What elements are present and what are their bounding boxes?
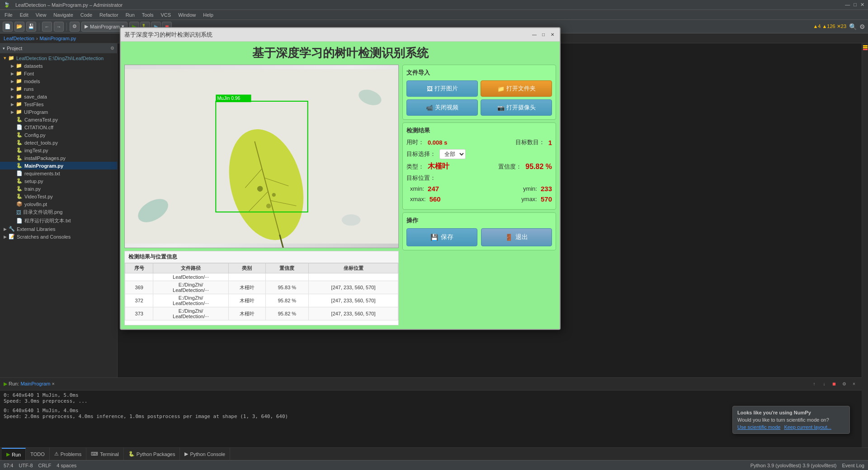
folder-btn-icon: 📁 xyxy=(497,85,505,92)
tree-item-setup[interactable]: 🐍 setup.py xyxy=(0,177,117,185)
win-close-button[interactable]: ✕ xyxy=(549,31,556,38)
cell-coords: [247, 233, 560, 570] xyxy=(309,294,398,307)
save-button[interactable]: 💾 xyxy=(26,22,36,32)
tree-item-readme-txt[interactable]: 📄 程序运行说明文本.txt xyxy=(0,216,117,225)
menu-refactor[interactable]: Refactor xyxy=(97,11,121,19)
win-maximize-button[interactable]: □ xyxy=(540,31,547,38)
run-line-5: Speed: 2.0ms preprocess, 4.0ms inference… xyxy=(4,414,858,419)
gutter-warning xyxy=(863,45,868,47)
win-minimize-button[interactable]: — xyxy=(531,31,538,38)
tree-label-requirements: requirements.txt xyxy=(24,171,60,176)
menu-bar: File Edit View Navigate Code Refactor Ru… xyxy=(0,10,868,20)
menu-tools[interactable]: Tools xyxy=(139,11,156,19)
scroll-down-button[interactable]: ↓ xyxy=(820,380,828,388)
toast-link-keep[interactable]: Keep current layout... xyxy=(784,424,831,430)
toast-link-scientific[interactable]: Use scientific mode xyxy=(737,424,780,430)
target-select-dropdown[interactable]: 全部 xyxy=(439,149,466,159)
new-file-button[interactable]: 📄 xyxy=(3,22,13,32)
warnings-indicator[interactable]: ▲4 ▲126 ✕23 xyxy=(813,24,846,29)
tree-item-cameratest[interactable]: 🐍 CameraTest.py xyxy=(0,116,117,123)
project-crumb[interactable]: LeafDetection xyxy=(4,36,34,41)
search-icon[interactable]: 🔍 xyxy=(849,23,857,30)
exit-op-button[interactable]: 🚪 退出 xyxy=(481,228,552,246)
tree-item-citation[interactable]: 📄 CITATION.cff xyxy=(0,123,117,131)
close-run-button[interactable]: × xyxy=(850,380,858,388)
scroll-up-button[interactable]: ↑ xyxy=(810,380,818,388)
cell-id: 369 xyxy=(125,281,153,294)
scratches-icon: 📝 xyxy=(9,234,15,240)
tab-python-packages[interactable]: 🐍 Python Packages xyxy=(124,448,180,461)
menu-window[interactable]: Window xyxy=(175,11,198,19)
menu-file[interactable]: File xyxy=(2,11,15,19)
tree-label-cameratest: CameraTest.py xyxy=(24,117,58,122)
menu-run[interactable]: Run xyxy=(123,11,137,19)
tree-item-config[interactable]: 🐍 Config.py xyxy=(0,131,117,139)
forward-button[interactable]: → xyxy=(54,22,64,32)
terminal-tab-label: Terminal xyxy=(100,451,119,457)
col-coords: 坐标位置 xyxy=(309,263,398,273)
cell-coords: [247, 233, 560, 570] xyxy=(309,307,398,320)
menu-view[interactable]: View xyxy=(33,11,49,19)
tab-todo[interactable]: TODO xyxy=(26,448,50,461)
video-btn-icon: 📹 xyxy=(426,104,433,111)
tab-problems[interactable]: ⚠ Problems xyxy=(50,448,86,461)
save-op-button[interactable]: 💾 保存 xyxy=(406,228,477,246)
open-image-button[interactable]: 🖼 打开图片 xyxy=(406,80,478,97)
tree-item-testfiles[interactable]: ▶ 📁 TestFiles xyxy=(0,100,117,108)
target-count-label: 目标数目： xyxy=(515,138,545,146)
exit-icon: 🚪 xyxy=(505,234,513,241)
menu-navigate[interactable]: Navigate xyxy=(51,11,75,19)
py-icon: 🐍 xyxy=(16,132,23,138)
tree-item-scratches[interactable]: ▶ 📝 Scratches and Consoles xyxy=(0,233,117,240)
tree-item-videotest[interactable]: 🐍 VideoTest.py xyxy=(0,193,117,200)
menu-code[interactable]: Code xyxy=(78,11,95,19)
menu-vcs[interactable]: VCS xyxy=(158,11,174,19)
tree-item-datasets[interactable]: ▶ 📁 datasets xyxy=(0,62,117,70)
tree-label-testfiles: TestFiles xyxy=(24,102,43,107)
open-button[interactable]: 📂 xyxy=(14,22,24,32)
open-folder-button[interactable]: 📁 打开文件夹 xyxy=(481,80,552,97)
tree-item-font[interactable]: ▶ 📁 Font xyxy=(0,70,117,77)
tab-run[interactable]: ▶ Run xyxy=(2,448,26,461)
xmin-value: 247 xyxy=(428,185,439,193)
tree-item-imgtest[interactable]: 🐍 imgTest.py xyxy=(0,146,117,154)
tree-item-savedata[interactable]: ▶ 📁 save_data xyxy=(0,93,117,100)
tree-item-external-libraries[interactable]: ▶ 🔧 External Libraries xyxy=(0,225,117,233)
minimize-button[interactable]: — xyxy=(845,2,850,8)
tree-item-detecttools[interactable]: 🐍 detect_tools.py xyxy=(0,139,117,146)
back-button[interactable]: ← xyxy=(42,22,52,32)
run-stop-button[interactable]: ⏹ xyxy=(830,380,838,388)
file-import-panel: 文件导入 🖼 打开图片 📁 打开文件夹 📹 关闭视频 xyxy=(402,65,556,120)
file-crumb[interactable]: MainProgram.py xyxy=(40,36,76,41)
tree-item-train[interactable]: 🐍 train.py xyxy=(0,185,117,193)
menu-edit[interactable]: Edit xyxy=(17,11,31,19)
right-gutter xyxy=(862,43,868,377)
close-button[interactable]: ✕ xyxy=(860,2,864,8)
tree-item-requirements[interactable]: 📄 requirements.txt xyxy=(0,169,117,177)
win-controls: — □ ✕ xyxy=(531,31,556,38)
settings-icon[interactable]: ⚙ xyxy=(859,23,865,30)
app-main-title: 基于深度学习的树叶检测识别系统 xyxy=(124,45,556,61)
tree-item-runs[interactable]: ▶ 📁 runs xyxy=(0,85,117,93)
project-arrow[interactable]: ▾ xyxy=(3,46,5,51)
python-packages-tab-label: Python Packages xyxy=(137,451,175,457)
event-log-button[interactable]: Event Log xyxy=(842,463,864,468)
tree-item-yolov8[interactable]: 📦 yolov8n.pt xyxy=(0,200,117,208)
close-video-button[interactable]: 📹 关闭视频 xyxy=(406,99,478,116)
tree-item-installpackages[interactable]: 🐍 installPackages.py xyxy=(0,154,117,162)
tree-item-readme-png[interactable]: 🖼 目录文件说明.png xyxy=(0,208,117,216)
menu-help[interactable]: Help xyxy=(200,11,216,19)
folder-icon: ▾ xyxy=(4,55,6,61)
open-camera-button[interactable]: 📷 打开摄像头 xyxy=(481,99,552,116)
run-config-button[interactable]: ⚙ xyxy=(70,22,80,32)
maximize-button[interactable]: □ xyxy=(854,2,857,8)
tab-python-console[interactable]: ▶ Python Console xyxy=(180,448,230,461)
tree-item-mainprogram[interactable]: 🐍 MainProgram.py xyxy=(0,162,117,169)
tab-terminal[interactable]: ⌨ Terminal xyxy=(86,448,124,461)
tree-item-uiprogram[interactable]: ▶ 📁 UIProgram xyxy=(0,108,117,116)
tree-item-leafdetection[interactable]: ▾ 📁 LeafDetection E:\DingZhi\LeafDetecti… xyxy=(0,54,117,62)
run-controls: ↑ ↓ ⏹ ⚙ × xyxy=(810,380,858,388)
tree-item-models[interactable]: ▶ 📁 models xyxy=(0,77,117,85)
settings-run-icon[interactable]: ⚙ xyxy=(840,380,848,388)
save-icon: 💾 xyxy=(430,234,438,241)
